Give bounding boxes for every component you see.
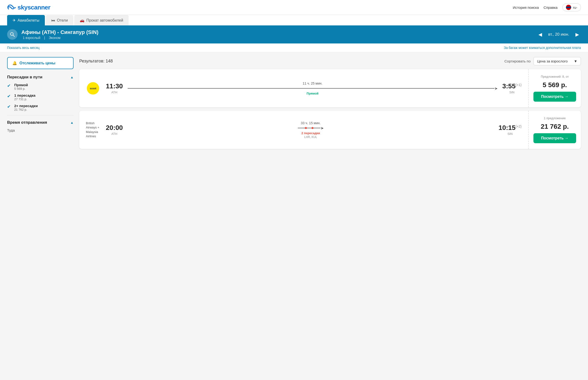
filter-transfers: Пересадки в пути ▲ ✔ Прямой 5 569 р. ✔ 1… — [7, 75, 73, 115]
passengers-label: 1 взрослый — [23, 36, 40, 40]
class-label: Эконом — [49, 36, 60, 40]
sort-value: Цена за взрослого — [537, 59, 568, 63]
arrival-block-2: 10:15(+2) SIN — [499, 124, 522, 136]
line-segment-2c — [313, 128, 321, 128]
date-label: вт., 20 июн. — [548, 32, 569, 37]
filter-transfers-title: Пересадки в пути ▲ — [7, 75, 73, 79]
from-label: Туда — [7, 128, 73, 132]
main-container: 🔔 Отслеживать цены Пересадки в пути ▲ ✔ … — [0, 52, 588, 157]
checkbox-1stop-icon[interactable]: ✔ — [7, 94, 12, 98]
search-details: 1 взрослый | Эконом — [21, 36, 533, 40]
tab-flights[interactable]: ✈ Авиабилеты — [7, 15, 45, 25]
duration-block-1: 11 ч. 25 мин. ➤ Прямой — [128, 81, 498, 95]
filter-1stop-label: 1 пересадка — [14, 93, 35, 97]
stops-label-2: 2 пересадки — [128, 131, 494, 135]
search-info: Афины (ATH) - Сингапур (SIN) 1 взрослый … — [21, 29, 533, 40]
arrival-offset-1: (+1) — [516, 83, 522, 87]
flight-times-2: 20:00 ATH 33 ч. 15 мин. ➤ 2 — [106, 121, 522, 139]
arrow-icon-1: ➤ — [495, 86, 498, 91]
results-count: Результатов: 148 — [79, 59, 113, 64]
duration-block-2: 33 ч. 15 мин. ➤ 2 пересадки LHR, KUL — [128, 121, 494, 139]
flag-icon — [566, 5, 571, 10]
airline-logo-2: British Airways + Malaysia Airlines — [86, 121, 100, 138]
track-prices-button[interactable]: 🔔 Отслеживать цены — [7, 57, 73, 69]
arrival-offset-2: (+2) — [516, 124, 522, 128]
checkbox-direct-icon[interactable]: ✔ — [7, 83, 12, 88]
filter-direct-label: Прямой — [14, 83, 28, 87]
tab-cars[interactable]: 🚗 Прокат автомобилей — [74, 15, 129, 25]
view-button-2[interactable]: Посмотреть → — [534, 133, 576, 143]
cars-icon: 🚗 — [80, 18, 85, 22]
svg-rect-0 — [566, 5, 571, 7]
sidebar: 🔔 Отслеживать цены Пересадки в пути ▲ ✔ … — [7, 57, 73, 152]
lang-selector[interactable]: ru- — [562, 3, 581, 11]
flight-line-1: ➤ — [128, 86, 498, 91]
baggage-notice: За багаж может взиматься дополнительная … — [504, 46, 581, 50]
arrival-airport-2: SIN — [499, 132, 522, 136]
departure-title-text: Время отправления — [7, 120, 47, 125]
filter-departure: Время отправления ▲ Туда — [7, 120, 73, 132]
filter-item-2stops: ✔ 2+ пересадки 21 762 р. — [7, 104, 73, 111]
header: skyscanner История поиска Справка ru- — [0, 0, 588, 15]
search-bar: Афины (ATH) - Сингапур (SIN) 1 взрослый … — [0, 25, 588, 43]
price-panel-1: Предложений: 8, от 5 569 р. Посмотреть → — [529, 69, 581, 107]
dropdown-arrow-icon: ▼ — [574, 59, 577, 63]
prev-date-arrow[interactable]: ◀ — [536, 31, 544, 38]
departure-time-1: 11:30 — [106, 82, 123, 90]
scoot-logo: scoot — [87, 82, 99, 95]
chevron-up-icon[interactable]: ▲ — [70, 75, 73, 79]
departure-airport-2: ATH — [106, 132, 123, 136]
flight-line-2: ➤ — [128, 126, 494, 130]
arrival-time-1: 3:55(+1) — [502, 82, 522, 90]
offer-count-1: Предложений: 8, от — [541, 75, 569, 78]
stops-label-1: Прямой — [128, 92, 498, 95]
help-link[interactable]: Справка — [544, 5, 558, 9]
flight-main-1: scoot 11:30 ATH 11 ч. 25 мин. ➤ Пря — [79, 69, 529, 107]
class-separator: | — [44, 36, 46, 40]
flight-times-1: 11:30 ATH 11 ч. 25 мин. ➤ Прямой 3:55( — [106, 81, 522, 95]
filter-divider — [7, 115, 73, 115]
duration-text-1: 11 ч. 25 мин. — [128, 81, 498, 85]
tab-cars-label: Прокат автомобилей — [86, 18, 123, 22]
departure-airport-1: ATH — [106, 91, 123, 94]
stops-details-2: LHR, KUL — [128, 135, 494, 139]
skyscanner-logo-icon — [7, 4, 16, 11]
lang-label: ru- — [573, 5, 577, 9]
header-right: История поиска Справка ru- — [513, 3, 581, 11]
flight-main-2: British Airways + Malaysia Airlines 20:0… — [79, 111, 529, 149]
sort-dropdown[interactable]: Цена за взрослого ▼ — [534, 57, 581, 65]
airline-name-text-2: British Airways + Malaysia Airlines — [86, 121, 100, 138]
line-segment-1 — [128, 88, 495, 89]
filter-2stops-label: 2+ пересадки — [14, 104, 38, 108]
departure-block-2: 20:00 ATH — [106, 124, 123, 136]
view-button-1[interactable]: Посмотреть → — [534, 92, 576, 102]
nav-tabs: ✈ Авиабилеты 🛏 Отели 🚗 Прокат автомобиле… — [0, 15, 588, 25]
airline-logo-1: scoot — [86, 82, 100, 95]
price-panel-2: 1 предложение 21 762 р. Посмотреть → — [529, 111, 581, 149]
departure-time-2: 20:00 — [106, 124, 123, 132]
filter-item-1stop: ✔ 1 пересадка 27 731 р. — [7, 93, 73, 101]
chevron-up-departure-icon[interactable]: ▲ — [70, 121, 73, 124]
sort-area: Сортировать по Цена за взрослого ▼ — [504, 57, 581, 65]
flights-icon: ✈ — [13, 18, 16, 22]
svg-rect-1 — [566, 7, 571, 8]
arrival-time-2: 10:15(+2) — [499, 124, 522, 132]
filter-1stop-price: 27 731 р. — [14, 97, 35, 101]
filter-direct-label-group: Прямой 5 569 р. — [14, 83, 28, 91]
search-icon-circle[interactable] — [7, 29, 18, 40]
show-month-link[interactable]: Показать весь месяц — [7, 46, 40, 50]
line-segment-2a — [298, 128, 305, 128]
tab-hotels[interactable]: 🛏 Отели — [46, 15, 73, 25]
filter-1stop-label-group: 1 пересадка 27 731 р. — [14, 93, 35, 101]
stop-dot-2 — [312, 127, 313, 129]
tab-hotels-label: Отели — [57, 18, 68, 22]
logo-text: skyscanner — [18, 4, 50, 11]
bell-icon: 🔔 — [12, 61, 17, 65]
offer-count-2: 1 предложение — [544, 116, 566, 120]
arrow-icon-2: ➤ — [321, 126, 324, 130]
arrival-airport-1: SIN — [502, 91, 522, 94]
history-link[interactable]: История поиска — [513, 5, 539, 9]
next-date-arrow[interactable]: ▶ — [573, 31, 581, 38]
checkbox-2stops-icon[interactable]: ✔ — [7, 104, 12, 109]
filter-item-direct: ✔ Прямой 5 569 р. — [7, 83, 73, 91]
